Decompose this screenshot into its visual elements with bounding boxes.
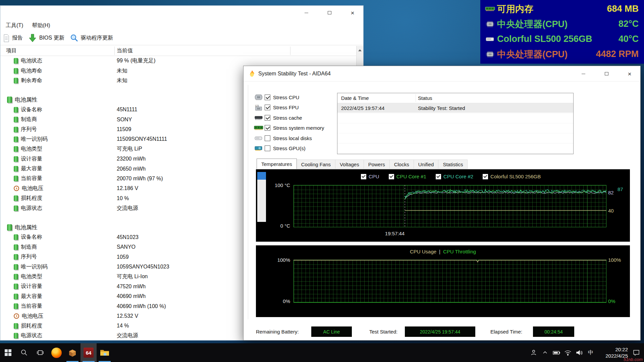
event-datetime: 2022/4/25 19:57:44: [341, 105, 384, 111]
taskbar-search-button[interactable]: [16, 343, 32, 362]
legend-item[interactable]: CPU Core #2: [436, 174, 473, 179]
legend-checkbox[interactable]: [436, 174, 441, 179]
battery-icon: [14, 195, 18, 201]
memory-icon: [254, 125, 264, 131]
tab-clocks[interactable]: Clocks: [390, 160, 414, 169]
legend-item[interactable]: CPU: [361, 174, 379, 179]
item-value: 45N1111: [117, 107, 137, 113]
event-log-row[interactable]: 2022/4/25 19:57:44Stability Test: Starte…: [337, 103, 573, 113]
osd-sensor-label: 中央处理器(CPU): [497, 18, 568, 30]
stress-option[interactable]: Stress cache: [254, 113, 337, 123]
chart-scrollbar-thumb[interactable]: [257, 172, 266, 180]
maximize-button[interactable]: [323, 8, 336, 18]
osd-sensor-value: 40°C: [619, 34, 639, 44]
stress-checkbox[interactable]: [265, 95, 270, 100]
toolbar-button[interactable]: 驱动程序更新: [67, 33, 116, 44]
column-header-item[interactable]: 项目: [6, 47, 17, 54]
windows-logo-icon: [4, 349, 12, 356]
taskbar-package-app-button[interactable]: [64, 343, 80, 362]
tab-voltages[interactable]: Voltages: [335, 160, 364, 169]
battery-icon: [14, 78, 18, 83]
voltage-bolt-icon: [14, 313, 19, 319]
legend-item[interactable]: CPU Core #1: [389, 174, 426, 179]
toolbar-button-label: 驱动程序更新: [81, 35, 113, 42]
elapsed-time-label: Elapsed Time:: [490, 329, 522, 335]
item-label: 设备名称: [21, 106, 42, 113]
tray-chevron-up-icon[interactable]: [540, 343, 550, 362]
minimize-button[interactable]: [300, 8, 313, 18]
battery-icon[interactable]: [551, 343, 561, 362]
stress-option[interactable]: Stress GPU(s): [254, 143, 337, 154]
window-title: System Stability Test - AIDA64: [258, 71, 331, 77]
battery-icon: [14, 244, 18, 250]
watermark: 51nb.com: [624, 357, 643, 362]
throttling-value-label: 0%: [608, 298, 615, 304]
stress-option[interactable]: Stress local disks: [254, 133, 337, 143]
osd-sensor-label: Colorful SL500 256GB: [497, 34, 592, 44]
legend-checkbox[interactable]: [361, 174, 366, 179]
item-value: 45N1023: [117, 234, 139, 240]
item-label: 电源状态: [21, 332, 42, 339]
item-value: SONY: [117, 117, 132, 123]
tab-powers[interactable]: Powers: [364, 160, 390, 169]
item-label: 设计容量: [21, 283, 42, 290]
battery-icon: [14, 176, 18, 181]
usage-title-left: CPU Usage: [410, 249, 436, 254]
column-header-datetime[interactable]: Date & Time: [341, 95, 369, 101]
column-header-status[interactable]: Status: [418, 95, 432, 101]
start-button[interactable]: [0, 343, 16, 362]
stress-checkbox[interactable]: [265, 125, 270, 131]
item-label: 电池属性: [15, 96, 38, 104]
ime-indicator[interactable]: 中: [586, 343, 596, 362]
maximize-button[interactable]: [600, 69, 613, 79]
column-header-value[interactable]: 当前值: [117, 47, 133, 54]
people-icon[interactable]: [529, 343, 539, 362]
volume-icon[interactable]: [574, 343, 584, 362]
stress-checkbox[interactable]: [265, 145, 270, 151]
legend-label: Colorful SL500 256GB: [490, 174, 541, 179]
taskbar-firefox-button[interactable]: [48, 343, 64, 362]
battery-icon: [14, 323, 18, 329]
stress-checkbox[interactable]: [265, 135, 270, 141]
stress-option[interactable]: Stress CPU: [254, 92, 337, 103]
toolbar-button[interactable]: BIOS 更新: [25, 33, 67, 44]
stress-option-label: Stress FPU: [273, 105, 299, 110]
tab-temperatures[interactable]: Temperatures: [257, 159, 297, 169]
item-value: 99 % (电量充足): [117, 57, 156, 64]
main-window-titlebar: ×: [0, 6, 363, 20]
taskbar-aida64-button[interactable]: 64: [80, 343, 97, 362]
close-button[interactable]: ×: [623, 69, 636, 79]
minimize-button[interactable]: [577, 69, 590, 79]
list-header: 项目 当前值: [0, 46, 363, 56]
tab-statistics[interactable]: Statistics: [438, 160, 468, 169]
legend-checkbox[interactable]: [483, 174, 488, 179]
event-log-body: 2022/4/25 19:57:44Stability Test: Starte…: [337, 103, 573, 154]
scroll-up-icon[interactable]: [357, 46, 363, 54]
taskbar-explorer-button[interactable]: [97, 343, 113, 362]
network-icon[interactable]: [563, 343, 573, 362]
item-value: 23200 mWh: [117, 156, 146, 162]
tab-unified[interactable]: Unified: [414, 160, 439, 169]
stress-checkbox[interactable]: [265, 105, 270, 110]
stress-option[interactable]: 123Stress FPU: [254, 103, 337, 113]
legend-item[interactable]: Colorful SL500 256GB: [483, 174, 541, 179]
taskbar: 64 中 20:22 202: [0, 343, 644, 362]
item-label: 剩余寿命: [21, 77, 42, 84]
list-item[interactable]: 电池状态99 % (电量充足): [0, 56, 356, 66]
legend-checkbox[interactable]: [389, 174, 394, 179]
item-value: 1059: [117, 254, 129, 260]
stress-option[interactable]: Stress system memory: [254, 123, 337, 133]
battery-icon: [14, 234, 18, 240]
stress-checkbox[interactable]: [265, 115, 270, 121]
legend-label: CPU: [369, 174, 379, 179]
close-button[interactable]: ×: [346, 8, 359, 18]
menu-item-1[interactable]: 帮助(H): [29, 21, 53, 31]
stability-status-bar: Remaining Battery: AC Line Test Started:…: [244, 326, 640, 337]
menu-item-0[interactable]: 工具(T): [2, 21, 26, 31]
tab-cooling-fans[interactable]: Cooling Fans: [297, 160, 335, 169]
task-view-button[interactable]: [32, 343, 48, 362]
toolbar-button[interactable]: 报告: [0, 33, 25, 44]
chart-scrollbar[interactable]: [257, 172, 266, 222]
item-value: 11509: [117, 126, 131, 132]
gpu-icon: [254, 145, 264, 152]
